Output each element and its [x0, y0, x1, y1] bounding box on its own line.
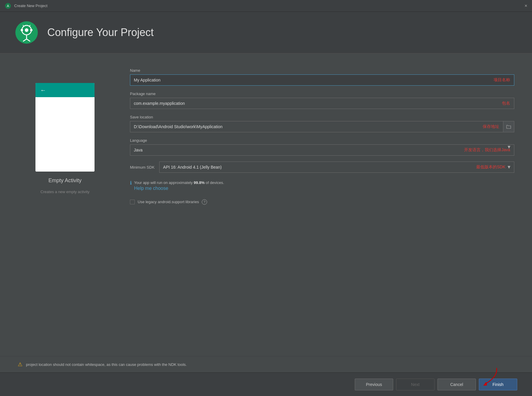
- title-bar-left: A Create New Project: [5, 3, 48, 9]
- help-me-choose-link[interactable]: Help me choose: [134, 186, 224, 191]
- body-area: ← Empty Activity Creates a new empty act…: [0, 53, 532, 356]
- close-button[interactable]: ×: [525, 3, 527, 9]
- folder-icon: [506, 125, 511, 129]
- name-input-wrapper: 项目名称: [130, 74, 514, 86]
- warning-text: project location should not contain whit…: [26, 362, 187, 367]
- warning-icon: ⚠: [18, 361, 22, 368]
- page-title: Configure Your Project: [47, 26, 154, 39]
- app-logo: [15, 21, 38, 44]
- phone-toolbar: ←: [35, 83, 95, 97]
- header: Configure Your Project: [0, 12, 532, 53]
- info-row: ℹ Your app will run on approximately 99.…: [130, 180, 514, 191]
- legacy-libraries-checkbox-row: Use legacy android.support libraries ?: [130, 199, 514, 205]
- save-location-field-group: Save location 保存地址: [130, 115, 514, 132]
- folder-browse-button[interactable]: [503, 121, 514, 132]
- language-field-group: Language Java Kotlin ▼ 开发语言，我们选择Java: [130, 138, 514, 156]
- svg-point-2: [15, 21, 38, 44]
- activity-name: Empty Activity: [48, 177, 82, 184]
- info-text: Your app will run on approximately 99.8%…: [134, 180, 224, 185]
- activity-description: Creates a new empty activity: [40, 190, 90, 194]
- name-label: Name: [130, 68, 514, 73]
- language-label: Language: [130, 138, 514, 143]
- name-input[interactable]: [130, 74, 514, 86]
- previous-button[interactable]: Previous: [355, 379, 393, 390]
- save-location-input-wrapper: 保存地址: [130, 121, 514, 132]
- package-name-input-wrapper: 包名: [130, 98, 514, 109]
- sdk-select[interactable]: API 16: Android 4.1 (Jelly Bean) API 21:…: [159, 162, 514, 173]
- package-name-label: Package name: [130, 92, 514, 96]
- sdk-select-wrapper: API 16: Android 4.1 (Jelly Bean) API 21:…: [159, 162, 514, 173]
- warning-bar: ⚠ project location should not contain wh…: [0, 356, 532, 372]
- package-name-field-group: Package name 包名: [130, 92, 514, 109]
- title-bar: A Create New Project ×: [0, 0, 532, 12]
- name-field-group: Name 项目名称: [130, 68, 514, 86]
- legacy-libraries-checkbox[interactable]: [130, 200, 135, 204]
- footer: Previous Next Cancel Finish: [0, 372, 532, 396]
- info-icon: ℹ: [130, 180, 132, 186]
- svg-point-9: [30, 29, 32, 31]
- form-panel: Name 项目名称 Package name 包名 Save location …: [130, 65, 514, 344]
- cancel-button[interactable]: Cancel: [437, 379, 476, 390]
- info-content: Your app will run on approximately 99.8%…: [134, 180, 224, 191]
- save-location-label: Save location: [130, 115, 514, 119]
- android-studio-icon: A: [5, 3, 11, 9]
- sdk-annotation: 最低版本的SDK: [476, 164, 505, 170]
- checkbox-label: Use legacy android.support libraries: [138, 200, 199, 204]
- package-name-input[interactable]: [130, 98, 514, 109]
- title-bar-title: Create New Project: [14, 4, 48, 8]
- phone-preview: ←: [35, 83, 95, 172]
- next-button[interactable]: Next: [396, 379, 435, 390]
- save-location-input[interactable]: [130, 121, 503, 132]
- back-arrow-icon: ←: [40, 87, 46, 94]
- language-select[interactable]: Java Kotlin: [130, 144, 514, 156]
- sdk-label: Minimum SDK: [130, 165, 154, 170]
- svg-text:A: A: [7, 4, 9, 8]
- checkbox-help-icon[interactable]: ?: [202, 199, 207, 205]
- language-select-wrapper: Java Kotlin ▼ 开发语言，我们选择Java: [130, 144, 514, 156]
- svg-point-8: [21, 29, 23, 31]
- svg-point-4: [25, 28, 28, 32]
- finish-button[interactable]: Finish: [479, 379, 517, 390]
- left-panel: ← Empty Activity Creates a new empty act…: [18, 65, 112, 344]
- sdk-row: Minimum SDK API 16: Android 4.1 (Jelly B…: [130, 162, 514, 173]
- phone-body: [35, 97, 95, 172]
